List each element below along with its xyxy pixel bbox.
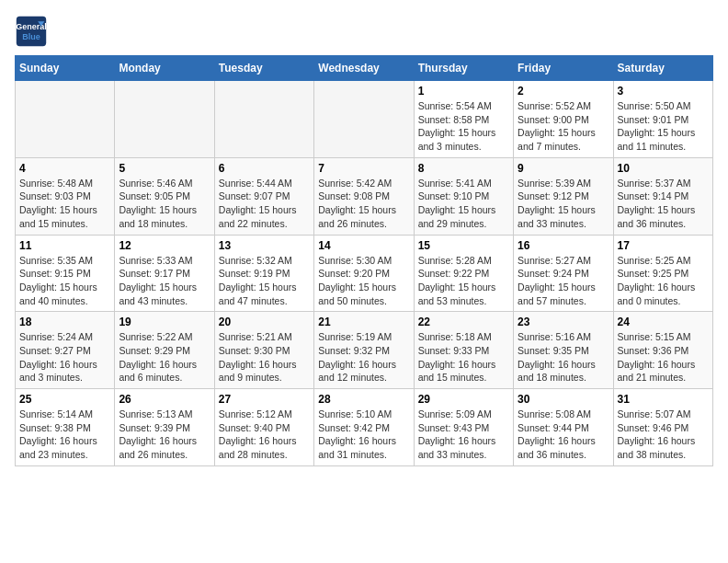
- day-header-thursday: Thursday: [414, 56, 513, 81]
- day-info: Sunrise: 5:16 AM Sunset: 9:35 PM Dayligh…: [518, 330, 609, 385]
- day-number: 8: [418, 162, 509, 175]
- calendar-cell: 24Sunrise: 5:15 AM Sunset: 9:36 PM Dayli…: [613, 312, 712, 389]
- day-number: 12: [119, 239, 210, 252]
- day-info: Sunrise: 5:30 AM Sunset: 9:20 PM Dayligh…: [318, 254, 409, 308]
- calendar-cell: 18Sunrise: 5:24 AM Sunset: 9:27 PM Dayli…: [16, 312, 115, 389]
- calendar-cell: 30Sunrise: 5:08 AM Sunset: 9:44 PM Dayli…: [514, 389, 613, 466]
- header: General Blue: [15, 15, 713, 48]
- svg-text:Blue: Blue: [22, 32, 40, 41]
- day-number: 7: [318, 162, 409, 175]
- calendar-cell: 27Sunrise: 5:12 AM Sunset: 9:40 PM Dayli…: [214, 389, 313, 466]
- day-number: 16: [518, 239, 609, 252]
- calendar-week-3: 11Sunrise: 5:35 AM Sunset: 9:15 PM Dayli…: [16, 235, 713, 312]
- day-number: 3: [618, 85, 709, 98]
- calendar-cell: [115, 81, 214, 158]
- day-info: Sunrise: 5:14 AM Sunset: 9:38 PM Dayligh…: [19, 408, 110, 462]
- day-number: 26: [119, 393, 210, 406]
- day-info: Sunrise: 5:39 AM Sunset: 9:12 PM Dayligh…: [518, 177, 609, 231]
- calendar-cell: 1Sunrise: 5:54 AM Sunset: 8:58 PM Daylig…: [414, 81, 513, 158]
- calendar-cell: 13Sunrise: 5:32 AM Sunset: 9:19 PM Dayli…: [214, 235, 313, 312]
- day-number: 4: [19, 162, 110, 175]
- day-info: Sunrise: 5:13 AM Sunset: 9:39 PM Dayligh…: [119, 408, 210, 462]
- calendar-cell: 20Sunrise: 5:21 AM Sunset: 9:30 PM Dayli…: [214, 312, 313, 389]
- day-number: 11: [19, 239, 110, 252]
- calendar-cell: [314, 81, 414, 158]
- day-info: Sunrise: 5:08 AM Sunset: 9:44 PM Dayligh…: [518, 408, 609, 462]
- calendar-week-2: 4Sunrise: 5:48 AM Sunset: 9:03 PM Daylig…: [16, 157, 713, 235]
- day-info: Sunrise: 5:24 AM Sunset: 9:27 PM Dayligh…: [19, 330, 110, 385]
- day-info: Sunrise: 5:25 AM Sunset: 9:25 PM Dayligh…: [618, 254, 709, 308]
- day-info: Sunrise: 5:37 AM Sunset: 9:14 PM Dayligh…: [618, 177, 709, 231]
- day-info: Sunrise: 5:27 AM Sunset: 9:24 PM Dayligh…: [518, 254, 609, 308]
- day-info: Sunrise: 5:28 AM Sunset: 9:22 PM Dayligh…: [418, 254, 509, 308]
- day-number: 6: [219, 162, 310, 175]
- calendar-cell: 16Sunrise: 5:27 AM Sunset: 9:24 PM Dayli…: [514, 235, 613, 312]
- day-info: Sunrise: 5:50 AM Sunset: 9:01 PM Dayligh…: [618, 99, 709, 154]
- calendar-cell: 7Sunrise: 5:42 AM Sunset: 9:08 PM Daylig…: [314, 157, 414, 235]
- day-header-saturday: Saturday: [613, 56, 712, 81]
- day-number: 22: [418, 316, 509, 328]
- calendar-week-5: 25Sunrise: 5:14 AM Sunset: 9:38 PM Dayli…: [16, 389, 713, 466]
- calendar-header-row: SundayMondayTuesdayWednesdayThursdayFrid…: [16, 56, 713, 81]
- calendar-table: SundayMondayTuesdayWednesdayThursdayFrid…: [15, 55, 713, 466]
- day-number: 10: [618, 162, 709, 175]
- day-number: 27: [219, 393, 310, 406]
- day-number: 24: [618, 316, 709, 328]
- day-number: 23: [518, 316, 609, 328]
- day-info: Sunrise: 5:07 AM Sunset: 9:46 PM Dayligh…: [618, 408, 709, 462]
- calendar-cell: 29Sunrise: 5:09 AM Sunset: 9:43 PM Dayli…: [414, 389, 513, 466]
- day-header-sunday: Sunday: [16, 56, 115, 81]
- day-number: 2: [518, 85, 609, 98]
- day-number: 17: [618, 239, 709, 252]
- day-number: 5: [119, 162, 210, 175]
- day-info: Sunrise: 5:41 AM Sunset: 9:10 PM Dayligh…: [418, 177, 509, 231]
- calendar-cell: 17Sunrise: 5:25 AM Sunset: 9:25 PM Dayli…: [613, 235, 712, 312]
- day-number: 31: [618, 393, 709, 406]
- calendar-week-1: 1Sunrise: 5:54 AM Sunset: 8:58 PM Daylig…: [16, 81, 713, 158]
- day-number: 15: [418, 239, 509, 252]
- calendar-cell: 19Sunrise: 5:22 AM Sunset: 9:29 PM Dayli…: [115, 312, 214, 389]
- calendar-week-4: 18Sunrise: 5:24 AM Sunset: 9:27 PM Dayli…: [16, 312, 713, 389]
- day-info: Sunrise: 5:15 AM Sunset: 9:36 PM Dayligh…: [618, 330, 709, 385]
- day-number: 21: [318, 316, 409, 328]
- day-number: 30: [518, 393, 609, 406]
- day-number: 13: [219, 239, 310, 252]
- day-header-wednesday: Wednesday: [314, 56, 414, 81]
- calendar-cell: 8Sunrise: 5:41 AM Sunset: 9:10 PM Daylig…: [414, 157, 513, 235]
- calendar-cell: 25Sunrise: 5:14 AM Sunset: 9:38 PM Dayli…: [16, 389, 115, 466]
- day-info: Sunrise: 5:22 AM Sunset: 9:29 PM Dayligh…: [119, 330, 210, 385]
- calendar-cell: 15Sunrise: 5:28 AM Sunset: 9:22 PM Dayli…: [414, 235, 513, 312]
- day-number: 18: [19, 316, 110, 328]
- day-info: Sunrise: 5:09 AM Sunset: 9:43 PM Dayligh…: [418, 408, 509, 462]
- day-header-tuesday: Tuesday: [214, 56, 313, 81]
- calendar-cell: 28Sunrise: 5:10 AM Sunset: 9:42 PM Dayli…: [314, 389, 414, 466]
- logo-icon: General Blue: [15, 15, 48, 48]
- calendar-cell: 21Sunrise: 5:19 AM Sunset: 9:32 PM Dayli…: [314, 312, 414, 389]
- day-info: Sunrise: 5:18 AM Sunset: 9:33 PM Dayligh…: [418, 330, 509, 385]
- day-number: 1: [418, 85, 509, 98]
- day-info: Sunrise: 5:48 AM Sunset: 9:03 PM Dayligh…: [19, 177, 110, 231]
- day-number: 19: [119, 316, 210, 328]
- calendar-cell: 11Sunrise: 5:35 AM Sunset: 9:15 PM Dayli…: [16, 235, 115, 312]
- calendar-cell: 23Sunrise: 5:16 AM Sunset: 9:35 PM Dayli…: [514, 312, 613, 389]
- day-header-monday: Monday: [115, 56, 214, 81]
- day-number: 25: [19, 393, 110, 406]
- day-info: Sunrise: 5:10 AM Sunset: 9:42 PM Dayligh…: [318, 408, 409, 462]
- day-number: 29: [418, 393, 509, 406]
- logo: General Blue: [15, 15, 48, 48]
- calendar-cell: [16, 81, 115, 158]
- day-number: 28: [318, 393, 409, 406]
- calendar-cell: 14Sunrise: 5:30 AM Sunset: 9:20 PM Dayli…: [314, 235, 414, 312]
- calendar-cell: 6Sunrise: 5:44 AM Sunset: 9:07 PM Daylig…: [214, 157, 313, 235]
- calendar-cell: 2Sunrise: 5:52 AM Sunset: 9:00 PM Daylig…: [514, 81, 613, 158]
- calendar-cell: 22Sunrise: 5:18 AM Sunset: 9:33 PM Dayli…: [414, 312, 513, 389]
- calendar-cell: 4Sunrise: 5:48 AM Sunset: 9:03 PM Daylig…: [16, 157, 115, 235]
- day-info: Sunrise: 5:42 AM Sunset: 9:08 PM Dayligh…: [318, 177, 409, 231]
- day-info: Sunrise: 5:35 AM Sunset: 9:15 PM Dayligh…: [19, 254, 110, 308]
- day-info: Sunrise: 5:33 AM Sunset: 9:17 PM Dayligh…: [119, 254, 210, 308]
- calendar-cell: 10Sunrise: 5:37 AM Sunset: 9:14 PM Dayli…: [613, 157, 712, 235]
- day-info: Sunrise: 5:19 AM Sunset: 9:32 PM Dayligh…: [318, 330, 409, 385]
- day-info: Sunrise: 5:44 AM Sunset: 9:07 PM Dayligh…: [219, 177, 310, 231]
- day-info: Sunrise: 5:12 AM Sunset: 9:40 PM Dayligh…: [219, 408, 310, 462]
- calendar-cell: 31Sunrise: 5:07 AM Sunset: 9:46 PM Dayli…: [613, 389, 712, 466]
